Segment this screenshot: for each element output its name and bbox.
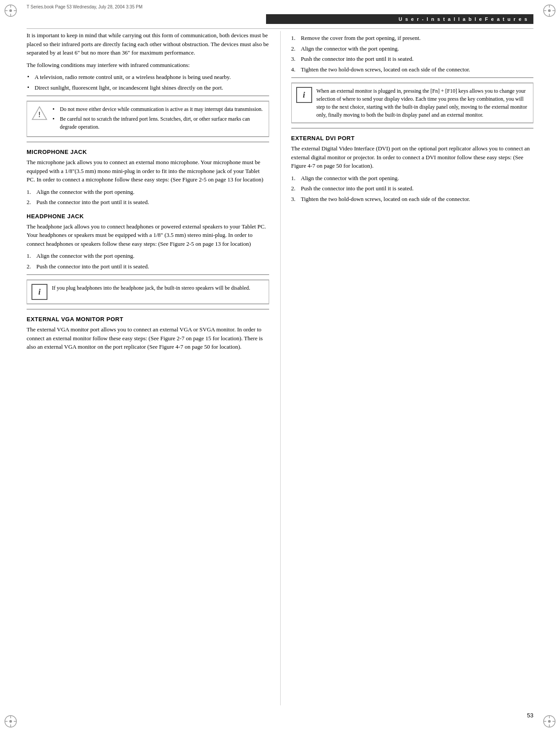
headphone-heading: HEADPHONE JACK (27, 213, 269, 220)
vga-heading: EXTERNAL VGA MONITOR PORT (27, 316, 269, 323)
divider-warning-bottom (27, 142, 269, 142)
headphone-step-1: 1.Align the connector with the port open… (27, 252, 269, 260)
dvi-paragraph: The external Digital Video Interface (DV… (291, 144, 534, 170)
right-column: 1.Remove the cover from the port opening… (287, 31, 534, 705)
header-title: U s e r - I n s t a l l a b l e F e a t … (399, 16, 528, 22)
svg-point-13 (9, 720, 12, 723)
microphone-steps: 1.Align the connector with the port open… (27, 188, 269, 207)
warning-notice-box: ! Do not move either device while commun… (27, 101, 269, 137)
svg-point-19 (548, 720, 551, 723)
corner-tl-decoration (4, 4, 18, 18)
info-icon-monitor: i (296, 87, 312, 103)
corner-br-decoration (542, 714, 556, 728)
vga-steps: 1.Remove the cover from the port opening… (291, 34, 534, 74)
corner-bl-decoration (4, 714, 18, 728)
dvi-heading: EXTERNAL DVI PORT (291, 135, 534, 142)
warning-item-1: Do not move either device while communic… (52, 105, 264, 113)
monitor-info-content: When an external monitor is plugged in, … (317, 87, 529, 119)
vga-step-3: 3.Push the connector into the port until… (291, 55, 534, 63)
vga-paragraph: The external VGA monitor port allows you… (27, 325, 269, 351)
headphone-paragraph: The headphone jack allows you to connect… (27, 222, 269, 248)
warning-list: Do not move either device while communic… (52, 105, 264, 131)
svg-point-1 (9, 9, 12, 12)
condition-item-1: A television, radio remote control unit,… (27, 73, 269, 82)
divider-headphone-info-top (27, 274, 269, 275)
microphone-step-1: 1.Align the connector with the port open… (27, 188, 269, 197)
dvi-step-3: 3.Tighten the two hold-down screws, loca… (291, 195, 534, 204)
dvi-steps: 1.Align the connector with the port open… (291, 174, 534, 204)
page: T Series.book Page 53 Wednesday, July 28… (0, 0, 560, 732)
microphone-heading: MICROPHONE JACK (27, 149, 269, 155)
divider-monitor-info-bottom (291, 128, 534, 129)
vga-step-4: 4.Tighten the two hold-down screws, loca… (291, 65, 534, 74)
info-i-icon: i (31, 284, 47, 300)
svg-point-7 (548, 9, 551, 12)
microphone-step-2: 2.Push the connector into the port until… (27, 198, 269, 207)
corner-tr-decoration (542, 4, 556, 18)
microphone-paragraph: The microphone jack allows you to connec… (27, 158, 269, 184)
top-rule (27, 28, 533, 29)
info-icon-headphone: i (31, 284, 47, 300)
dvi-step-2: 2.Push the connector into the port until… (291, 184, 534, 193)
divider-warning-top (27, 95, 269, 96)
monitor-info-box: i When an external monitor is plugged in… (291, 83, 534, 123)
left-column: It is important to keep in mind that whi… (27, 31, 274, 705)
info-i-icon-2: i (296, 87, 312, 103)
conditions-paragraph: The following conditions may interfere w… (27, 61, 269, 70)
conditions-list: A television, radio remote control unit,… (27, 73, 269, 92)
file-label: T Series.book Page 53 Wednesday, July 28… (27, 4, 142, 9)
svg-text:!: ! (38, 110, 40, 118)
headphone-info-box: i If you plug headphones into the headph… (27, 279, 269, 304)
dvi-step-1: 1.Align the connector with the port open… (291, 174, 534, 183)
warning-content: Do not move either device while communic… (52, 105, 264, 133)
divider-headphone-info-bottom (27, 309, 269, 310)
headphone-step-2: 2.Push the connector into the port until… (27, 262, 269, 271)
vga-step-2: 2.Align the connector with the port open… (291, 44, 534, 53)
vga-step-1: 1.Remove the cover from the port opening… (291, 34, 534, 43)
column-divider (280, 31, 281, 705)
warning-icon: ! (31, 105, 47, 121)
condition-item-2: Direct sunlight, fluorescent light, or i… (27, 83, 269, 92)
headphone-steps: 1.Align the connector with the port open… (27, 252, 269, 271)
page-number: 53 (527, 712, 533, 719)
warning-item-2: Be careful not to scratch the infrared p… (52, 115, 264, 131)
header-bar: U s e r - I n s t a l l a b l e F e a t … (266, 14, 533, 24)
divider-monitor-info-top (291, 77, 534, 78)
intro-paragraph: It is important to keep in mind that whi… (27, 31, 269, 57)
headphone-info-content: If you plug headphones into the headphon… (52, 284, 264, 292)
